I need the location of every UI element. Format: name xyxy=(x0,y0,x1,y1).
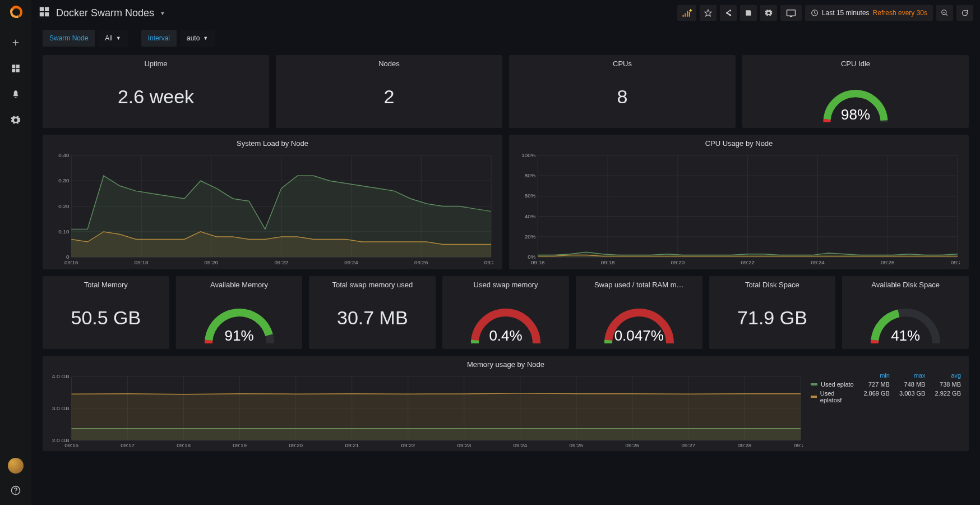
dashboards-icon[interactable] xyxy=(4,57,27,80)
svg-text:09:24: 09:24 xyxy=(344,259,358,265)
svg-text:09:22: 09:22 xyxy=(401,442,415,448)
add-panel-button[interactable] xyxy=(677,5,696,21)
settings-button[interactable] xyxy=(760,5,777,21)
swarm-node-var-label: Swarm Node xyxy=(43,30,95,47)
svg-text:09:20: 09:20 xyxy=(205,259,219,265)
svg-text:09:16: 09:16 xyxy=(64,442,78,448)
svg-text:0.20: 0.20 xyxy=(58,203,70,209)
svg-text:09:22: 09:22 xyxy=(274,259,288,265)
topbar: Docker Swarm Nodes ▼ Last 15 minutes Ref… xyxy=(31,0,980,26)
create-icon[interactable] xyxy=(4,31,27,54)
interval-var-label: Interval xyxy=(141,30,177,47)
settings-icon[interactable] xyxy=(4,109,27,131)
user-avatar[interactable] xyxy=(8,458,24,474)
panel-system-load: System Load by Node 00.100.200.300.4009:… xyxy=(43,135,502,269)
svg-text:4.0 GB: 4.0 GB xyxy=(52,373,70,379)
time-range-label: Last 15 minutes xyxy=(822,9,870,17)
svg-text:09:20: 09:20 xyxy=(289,442,303,448)
panel-memory-usage: Memory usage by Node 2.0 GB3.0 GB4.0 GB0… xyxy=(43,356,969,451)
svg-text:09:18: 09:18 xyxy=(177,442,191,448)
svg-text:09:16: 09:16 xyxy=(531,259,545,265)
help-icon[interactable] xyxy=(4,479,27,502)
svg-text:09:18: 09:18 xyxy=(601,259,615,265)
panel-used-swap: Used swap memory 0.4% xyxy=(442,276,569,349)
panel-swap-ram-ratio: Swap used / total RAM m… 0.047% xyxy=(576,276,702,349)
panel-nodes: Nodes 2 xyxy=(276,55,502,128)
svg-text:09:22: 09:22 xyxy=(741,259,755,265)
share-button[interactable] xyxy=(720,5,737,21)
svg-text:09:16: 09:16 xyxy=(64,259,78,265)
zoom-out-button[interactable] xyxy=(936,5,953,21)
svg-text:09:26: 09:26 xyxy=(626,442,640,448)
refresh-label: Refresh every 30s xyxy=(873,9,927,17)
svg-text:0.10: 0.10 xyxy=(58,228,70,235)
panel-uptime: Uptime 2.6 week xyxy=(43,55,269,128)
time-range-picker[interactable]: Last 15 minutes Refresh every 30s xyxy=(805,5,933,21)
svg-text:0.30: 0.30 xyxy=(58,177,70,183)
svg-text:09:28: 09:28 xyxy=(738,442,752,448)
svg-rect-1 xyxy=(787,10,795,16)
panel-swap-total: Total swap memory used 30.7 MB xyxy=(309,276,436,349)
save-button[interactable] xyxy=(740,5,757,21)
svg-text:09:21: 09:21 xyxy=(345,442,359,448)
panel-cpu-idle: CPU Idle 98% xyxy=(742,55,969,128)
svg-text:09:27: 09:27 xyxy=(682,442,696,448)
panel-available-disk: Available Disk Space 41% xyxy=(842,276,969,349)
panel-total-disk: Total Disk Space 71.9 GB xyxy=(709,276,836,349)
svg-text:09:25: 09:25 xyxy=(570,442,584,448)
grafana-logo[interactable] xyxy=(7,4,25,22)
cycle-view-button[interactable] xyxy=(780,5,802,21)
svg-text:09:28: 09:28 xyxy=(951,259,960,265)
svg-text:09:18: 09:18 xyxy=(135,259,149,265)
refresh-button[interactable] xyxy=(956,5,973,21)
star-button[interactable] xyxy=(700,5,716,21)
svg-text:09:23: 09:23 xyxy=(457,442,471,448)
svg-text:20%: 20% xyxy=(525,233,536,240)
svg-text:09:24: 09:24 xyxy=(811,259,825,265)
svg-text:09:26: 09:26 xyxy=(414,259,428,265)
interval-var-value[interactable]: auto▼ xyxy=(180,30,215,47)
panel-available-memory: Available Memory 91% xyxy=(176,276,303,349)
panel-total-memory: Total Memory 50.5 GB xyxy=(43,276,169,349)
svg-text:09:28: 09:28 xyxy=(484,259,493,265)
svg-text:0.40: 0.40 xyxy=(58,152,70,158)
svg-text:60%: 60% xyxy=(525,192,536,199)
svg-text:40%: 40% xyxy=(525,213,536,219)
svg-text:09:20: 09:20 xyxy=(671,259,685,265)
dashboards-icon[interactable] xyxy=(38,6,50,20)
svg-text:09:29: 09:29 xyxy=(794,442,803,448)
swarm-node-var-value[interactable]: All▼ xyxy=(98,30,127,47)
alerts-icon[interactable] xyxy=(4,83,27,105)
chevron-down-icon[interactable]: ▼ xyxy=(160,10,165,16)
svg-text:3.0 GB: 3.0 GB xyxy=(52,405,70,411)
svg-text:09:17: 09:17 xyxy=(121,442,135,448)
svg-text:09:19: 09:19 xyxy=(233,442,247,448)
sidebar xyxy=(0,0,31,505)
panel-cpu-usage: CPU Usage by Node 0%20%40%60%80%100%09:1… xyxy=(509,135,969,269)
svg-text:09:26: 09:26 xyxy=(881,259,895,265)
panel-cpus: CPUs 8 xyxy=(509,55,736,128)
memory-legend: min max avg Used eplato727 MB748 MB738 M… xyxy=(807,371,964,450)
dashboard-title[interactable]: Docker Swarm Nodes xyxy=(56,7,154,19)
svg-text:09:24: 09:24 xyxy=(514,442,528,448)
variable-bar: Swarm Node All▼ Interval auto▼ xyxy=(31,26,980,50)
svg-text:100%: 100% xyxy=(521,152,535,158)
svg-text:80%: 80% xyxy=(525,172,536,178)
